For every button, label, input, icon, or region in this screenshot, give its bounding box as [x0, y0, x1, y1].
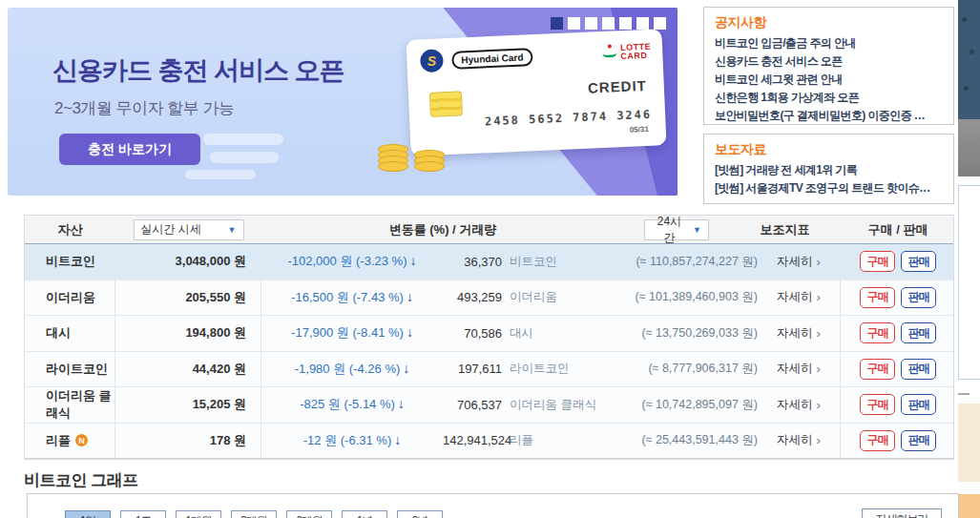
- range-button-2y[interactable]: 2년: [397, 510, 443, 518]
- notice-item[interactable]: 신한은행 1회용 가상계좌 오픈: [715, 89, 943, 107]
- price-change: -16,500 원 (-7.43 %)↓: [261, 289, 443, 306]
- table-row-litecoin[interactable]: 라이트코인 44,420 원 -1,980 원 (-4.26 %)↓ 197,6…: [25, 352, 953, 388]
- banner-pagination-dot[interactable]: [654, 17, 666, 30]
- banner-pagination-dot[interactable]: [636, 17, 649, 30]
- down-arrow-icon: ↓: [410, 253, 417, 268]
- card-chip: [429, 91, 463, 116]
- page: 신용카드 충전 서비스 오픈 2~3개월 무이자 할부 가능 충전 바로가기 S…: [0, 0, 980, 518]
- detail-link[interactable]: 자세히›: [758, 316, 841, 351]
- asset-name: 이더리움: [25, 280, 115, 316]
- banner-pagination-dot[interactable]: [619, 17, 632, 30]
- range-button-6m[interactable]: 6개월: [286, 510, 332, 518]
- asset-price: 194,800 원: [115, 316, 261, 351]
- price-filter-dropdown[interactable]: 실시간 시세 ▼: [134, 219, 244, 240]
- down-arrow-icon: ↓: [398, 396, 405, 411]
- header-asset: 자산: [25, 221, 115, 238]
- notice-item[interactable]: 신용카드 충전 서비스 오픈: [715, 52, 943, 71]
- buy-button[interactable]: 구매: [860, 430, 895, 451]
- banner-pagination-dot[interactable]: [551, 17, 563, 30]
- approx-value: (≈ 10,742,895,097 원): [634, 397, 758, 413]
- table-row-ethereum-classic[interactable]: 이더리움 클래식 15,205 원 -825 원 (-5.14 %)↓ 706,…: [25, 387, 953, 424]
- sidebar-divider: [958, 393, 970, 395]
- chevron-right-icon: ›: [817, 290, 821, 304]
- volume: 70,586: [443, 326, 502, 341]
- volume-unit: 대시: [502, 325, 634, 342]
- approx-value: (≈ 101,389,460,903 원): [634, 289, 758, 305]
- range-button-3m[interactable]: 3개월: [231, 510, 277, 518]
- range-button-1m[interactable]: 1개월: [176, 510, 221, 518]
- chevron-down-icon: ▼: [693, 225, 701, 235]
- header-indicator: 보조지표: [729, 221, 841, 238]
- approx-value: (≈ 25,443,591,443 원): [634, 432, 758, 448]
- price-change: -1,980 원 (-4.26 %)↓: [261, 361, 443, 378]
- chevron-down-icon: ▼: [228, 225, 237, 235]
- sell-button[interactable]: 판매: [901, 251, 936, 272]
- press-item[interactable]: [빗썸] 서울경제TV 조영구의 트랜드 핫이슈…: [715, 179, 943, 197]
- shinhan-bank-logo: S: [420, 49, 444, 73]
- detail-link[interactable]: 자세히›: [758, 424, 841, 459]
- table-row-bitcoin[interactable]: 비트코인 3,048,000 원 -102,000 원 (-3.23 %)↓ 3…: [25, 244, 953, 280]
- asset-price: 205,550 원: [115, 280, 261, 316]
- approx-value: (≈ 110,857,274,227 원): [634, 254, 758, 270]
- volume: 493,259: [443, 290, 502, 304]
- promo-banner[interactable]: 신용카드 충전 서비스 오픈 2~3개월 무이자 할부 가능 충전 바로가기 S…: [8, 8, 678, 196]
- table-row-dash[interactable]: 대시 194,800 원 -17,900 원 (-8.41 %)↓ 70,586…: [25, 316, 953, 352]
- volume-unit: 이더리움: [502, 289, 634, 305]
- sell-button[interactable]: 판매: [901, 287, 936, 308]
- price-change: -825 원 (-5.14 %)↓: [261, 396, 443, 413]
- card-expiry: 05/31: [630, 125, 649, 135]
- banner-decor-stripe: [185, 170, 256, 179]
- press-item[interactable]: [빗썸] 거래량 전 세계1위 기록: [715, 161, 943, 179]
- range-button-1y[interactable]: 1년: [342, 510, 387, 518]
- sidebar-banner-orange: [958, 494, 980, 518]
- period-filter-dropdown[interactable]: 24시간 ▼: [644, 219, 709, 240]
- charge-shortcut-button[interactable]: 충전 바로가기: [59, 134, 200, 165]
- range-button-1w[interactable]: 1주: [120, 510, 166, 518]
- lotte-card-logo: LOTTECARD: [602, 42, 652, 62]
- sell-button[interactable]: 판매: [901, 322, 936, 343]
- sidebar-image-gray: [958, 119, 980, 176]
- down-arrow-icon: ↓: [407, 289, 413, 304]
- buy-button[interactable]: 구매: [860, 394, 895, 415]
- credit-card-image: S Hyundai Card LOTTECARD CREDIT 2458 565…: [406, 29, 666, 156]
- price-change: -12 원 (-6.31 %)↓: [261, 432, 443, 449]
- approx-value: (≈ 13,750,269,033 원): [634, 325, 758, 342]
- detail-link[interactable]: 자세히›: [758, 280, 841, 316]
- table-row-ethereum[interactable]: 이더리움 205,550 원 -16,500 원 (-7.43 %)↓ 493,…: [25, 280, 953, 317]
- sell-button[interactable]: 판매: [901, 359, 936, 380]
- graph-detail-button[interactable]: 자세히보기: [862, 508, 942, 518]
- header-change-volume: 변동률 (%) / 거래량: [261, 221, 624, 238]
- volume-unit: 라이트코인: [502, 361, 634, 377]
- down-arrow-icon: ↓: [407, 324, 413, 340]
- table-header: 자산 실시간 시세 ▼ 변동률 (%) / 거래량 24시간 ▼ 보조지표 구매…: [25, 216, 953, 244]
- sell-button[interactable]: 판매: [901, 430, 936, 451]
- notice-item[interactable]: 비트코인 입금/출금 주의 안내: [715, 34, 943, 52]
- notice-item[interactable]: 비트코인 세그윗 관련 안내: [715, 71, 943, 89]
- banner-pagination-dot[interactable]: [602, 17, 615, 30]
- graph-section-title: 비트코인 그래프: [24, 469, 138, 491]
- banner-title: 신용카드 충전 서비스 오픈: [52, 53, 344, 88]
- hyundai-card-logo: Hyundai Card: [451, 48, 533, 70]
- banner-pagination-dot[interactable]: [568, 17, 580, 30]
- new-badge: N: [75, 434, 88, 446]
- market-table: 자산 실시간 시세 ▼ 변동률 (%) / 거래량 24시간 ▼ 보조지표 구매…: [24, 215, 954, 460]
- table-row-ripple[interactable]: 리플N 178 원 -12 원 (-6.31 %)↓ 142,941,524 리…: [25, 424, 953, 460]
- banner-pagination-dot[interactable]: [585, 17, 597, 30]
- notice-item[interactable]: 보안비밀번호(구 결제비밀번호) 이중인증 …: [715, 107, 943, 125]
- buy-button[interactable]: 구매: [860, 322, 895, 343]
- buy-button[interactable]: 구매: [860, 251, 895, 272]
- buy-button[interactable]: 구매: [860, 359, 895, 380]
- asset-price: 44,420 원: [115, 352, 261, 387]
- volume: 197,611: [443, 362, 502, 376]
- detail-link[interactable]: 자세히›: [758, 244, 841, 280]
- sell-button[interactable]: 판매: [901, 394, 936, 415]
- detail-link[interactable]: 자세히›: [758, 352, 841, 387]
- chevron-right-icon: ›: [817, 326, 821, 341]
- asset-price: 3,048,000 원: [115, 244, 261, 280]
- detail-link[interactable]: 자세히›: [758, 387, 841, 423]
- sidebar-panel: [958, 185, 980, 380]
- buy-button[interactable]: 구매: [860, 287, 895, 308]
- chevron-right-icon: ›: [817, 398, 821, 412]
- press-title: 보도자료: [715, 141, 943, 158]
- range-button-1d[interactable]: 1일: [65, 510, 111, 518]
